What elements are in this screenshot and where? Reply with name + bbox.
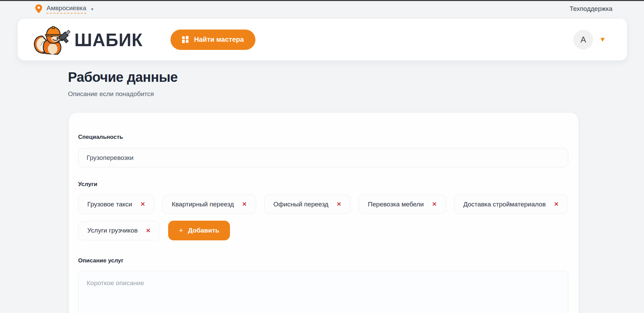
specialty-input[interactable] <box>78 148 568 167</box>
squirrel-mascot-icon <box>32 23 72 56</box>
service-tag: Грузовое такси ✕ <box>78 195 154 214</box>
service-tag: Квартирный переезд ✕ <box>162 195 256 214</box>
location-label[interactable]: Амвросиевка <box>47 4 86 14</box>
page-subtitle: Описание если понадобится <box>68 90 578 98</box>
service-tag-label: Услуги грузчиков <box>87 227 138 234</box>
specialty-label: Специальность <box>78 134 568 141</box>
chevron-down-icon[interactable]: ▼ <box>90 7 94 11</box>
add-service-label: Добавить <box>188 227 219 234</box>
add-service-button[interactable]: + Добавить <box>168 221 230 240</box>
remove-tag-icon[interactable]: ✕ <box>432 201 437 208</box>
avatar[interactable]: А <box>573 30 593 50</box>
service-tag-label: Перевозка мебели <box>368 201 424 208</box>
service-tag: Доставка стройматериалов ✕ <box>454 195 568 214</box>
description-textarea[interactable] <box>78 271 568 313</box>
brand-name: ШАБИК <box>74 29 143 50</box>
services-label: Услуги <box>78 181 568 188</box>
service-tag: Перевозка мебели ✕ <box>359 195 446 214</box>
service-tag-label: Доставка стройматериалов <box>463 201 546 208</box>
avatar-letter: А <box>580 35 586 44</box>
find-master-label: Найти мастера <box>194 36 244 43</box>
service-tag-label: Квартирный переезд <box>172 201 234 208</box>
service-tag: Офисный переезд ✕ <box>264 195 351 214</box>
work-data-form-card: Специальность Услуги Грузовое такси ✕ Кв… <box>69 113 578 313</box>
location-pin-icon <box>35 4 42 14</box>
page-title: Рабочие данные <box>68 70 578 85</box>
service-tag: Услуги грузчиков ✕ <box>78 221 160 240</box>
remove-tag-icon[interactable]: ✕ <box>337 201 341 208</box>
remove-tag-icon[interactable]: ✕ <box>146 227 150 234</box>
services-tag-list: Грузовое такси ✕ Квартирный переезд ✕ Оф… <box>78 195 568 240</box>
remove-tag-icon[interactable]: ✕ <box>554 201 559 208</box>
location-selector[interactable]: Амвросиевка ▼ <box>35 4 94 14</box>
find-master-button[interactable]: Найти мастера <box>171 30 255 50</box>
remove-tag-icon[interactable]: ✕ <box>140 201 145 208</box>
header-card: ШАБИК Найти мастера А ▼ <box>18 19 627 60</box>
plus-icon: + <box>179 226 183 235</box>
grid-icon <box>182 36 189 43</box>
main-content: Рабочие данные Описание если понадобится… <box>0 60 644 313</box>
brand-logo[interactable]: ШАБИК <box>32 23 143 56</box>
service-tag-label: Грузовое такси <box>87 201 132 208</box>
support-link[interactable]: Техподдержка <box>570 5 612 13</box>
topbar: Амвросиевка ▼ Техподдержка <box>0 1 644 17</box>
account-menu-caret-icon[interactable]: ▼ <box>599 36 606 43</box>
service-tag-label: Офисный переезд <box>273 201 328 208</box>
description-label: Описание услуг <box>78 257 568 264</box>
remove-tag-icon[interactable]: ✕ <box>242 201 247 208</box>
